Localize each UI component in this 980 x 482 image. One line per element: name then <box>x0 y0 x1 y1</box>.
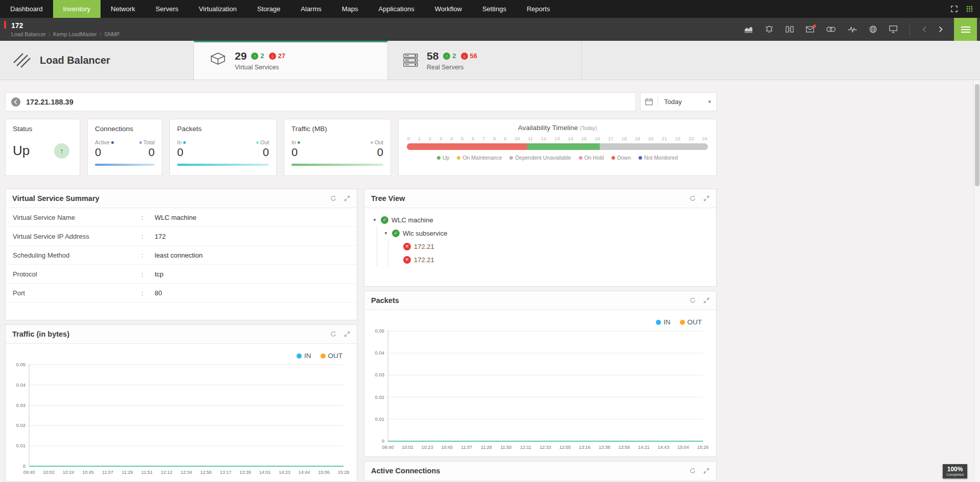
legend-dot-out <box>680 320 685 325</box>
tab-virtual-services[interactable]: 29 ↑2 ↓27 Virtual Services <box>194 41 388 80</box>
side-panel-menu-button[interactable] <box>954 18 977 41</box>
series-dot <box>256 141 259 144</box>
real-servers-count: 58 <box>427 50 438 62</box>
legend-item: Down <box>611 155 631 161</box>
svg-text:11:51: 11:51 <box>141 470 153 475</box>
nav-item-settings[interactable]: Settings <box>472 0 517 18</box>
svg-text:0.04: 0.04 <box>375 350 385 356</box>
nav-item-inventory[interactable]: Inventory <box>53 0 101 18</box>
svg-text:11:50: 11:50 <box>500 445 511 450</box>
scrollbar-thumb[interactable] <box>975 84 979 186</box>
svg-text:0.03: 0.03 <box>16 402 26 408</box>
card-title: Connections <box>95 125 155 133</box>
hour-label: 3 <box>439 136 442 141</box>
nav-item-dashboard[interactable]: Dashboard <box>0 0 53 18</box>
nav-item-workflow[interactable]: Workflow <box>425 0 472 18</box>
legend-item: Dependent Unavailable <box>509 155 571 161</box>
nav-item-reports[interactable]: Reports <box>517 0 560 18</box>
legend-dot-in <box>656 320 661 325</box>
up-arrow-icon: ↑ <box>443 53 450 60</box>
virtual-services-icon <box>209 53 227 68</box>
nav-item-alarms[interactable]: Alarms <box>290 0 331 18</box>
tree-collapse-icon[interactable]: ▼ <box>373 218 378 222</box>
expand-icon[interactable] <box>344 195 350 201</box>
remote-screen-icon[interactable] <box>889 26 897 33</box>
status-card: Status Up ↑ <box>5 119 80 176</box>
expand-icon[interactable] <box>703 195 709 201</box>
chevron-right-icon[interactable] <box>939 26 943 33</box>
svg-text:10:24: 10:24 <box>63 470 75 475</box>
up-arrow-icon: ↑ <box>251 53 258 60</box>
mail-icon[interactable] <box>806 26 814 33</box>
tree-node-172-21[interactable]: ✕172.21 <box>395 253 708 266</box>
series-dot <box>183 141 186 144</box>
refresh-icon[interactable] <box>690 195 696 201</box>
hour-label: 23 <box>689 136 694 141</box>
tree-node-172-21[interactable]: ✕172.21 <box>395 240 708 253</box>
refresh-icon[interactable] <box>690 468 696 474</box>
cross-circle-icon: ✕ <box>403 256 411 264</box>
tree-node-label: WLC machine <box>391 216 433 224</box>
traffic-mb-card: Traffic (MB) In Out 0 0 <box>284 119 391 176</box>
tab-label: Virtual Services <box>235 64 285 71</box>
chevron-left-icon[interactable] <box>922 26 926 33</box>
refresh-icon[interactable] <box>330 331 336 337</box>
svg-text:09:40: 09:40 <box>23 470 35 475</box>
expand-icon[interactable] <box>703 468 709 474</box>
nav-item-virtualization[interactable]: Virtualization <box>189 0 247 18</box>
nav-item-maps[interactable]: Maps <box>332 0 369 18</box>
time-range-dropdown[interactable]: Today ▾ <box>640 92 717 111</box>
svg-text:10:02: 10:02 <box>43 470 55 475</box>
tree-node-wlc-machine[interactable]: ▼✓WLC machine <box>373 213 708 226</box>
summary-row: Scheduling Method:least connection <box>6 246 357 265</box>
refresh-icon[interactable] <box>330 195 336 201</box>
nav-item-servers[interactable]: Servers <box>145 0 189 18</box>
response-pulse-icon[interactable] <box>848 26 857 33</box>
globe-icon[interactable] <box>869 26 877 33</box>
svg-text:0.01: 0.01 <box>375 416 385 422</box>
svg-text:11:07: 11:07 <box>102 470 113 475</box>
legend-item: On Hold <box>579 155 604 161</box>
back-button[interactable] <box>11 97 21 107</box>
alarm-bell-icon[interactable] <box>765 26 773 34</box>
connections-card: Connections Active Total 0 0 <box>87 119 162 176</box>
device-toolbar <box>744 24 943 35</box>
tree-node-wlc-subservice[interactable]: ▼✓Wlc subservice <box>384 226 708 240</box>
svg-text:11:07: 11:07 <box>461 445 472 450</box>
tab-real-servers[interactable]: 58 ↑2 ↓56 Real Servers <box>388 41 582 80</box>
link-icon[interactable] <box>826 27 836 32</box>
metric-stripe <box>95 164 155 166</box>
hour-label: 6 <box>472 136 474 141</box>
nav-item-network[interactable]: Network <box>101 0 145 18</box>
svg-text:12:33: 12:33 <box>540 445 551 450</box>
availability-card: Availability Timeline (Today) 0123456789… <box>398 119 717 176</box>
nav-item-storage[interactable]: Storage <box>247 0 291 18</box>
fullscreen-icon[interactable] <box>950 5 958 13</box>
svg-text:14:43: 14:43 <box>658 445 670 450</box>
svg-text:0.02: 0.02 <box>16 422 26 428</box>
hour-label: 19 <box>635 136 641 141</box>
performance-chart-icon[interactable] <box>744 26 753 33</box>
nav-item-applications[interactable]: Applications <box>369 0 425 18</box>
panel-title: Virtual Service Summary <box>12 194 100 202</box>
compare-reports-icon[interactable] <box>786 26 794 33</box>
check-circle-icon: ✓ <box>392 230 400 237</box>
legend-dot-in <box>297 353 302 359</box>
series-dot <box>371 141 373 144</box>
category-title-block: Load Balancer <box>0 41 194 80</box>
status-value: Up <box>13 143 30 159</box>
page-scrollbar[interactable] <box>973 80 980 482</box>
apps-grid-icon[interactable] <box>966 6 973 12</box>
svg-text:13:59: 13:59 <box>618 445 630 450</box>
topnav-items: DashboardInventoryNetworkServersVirtuali… <box>0 0 560 18</box>
expand-icon[interactable] <box>703 297 709 303</box>
hour-label: 22 <box>675 136 681 141</box>
tree-collapse-icon[interactable]: ▼ <box>384 231 389 236</box>
svg-text:10:23: 10:23 <box>422 445 433 450</box>
svg-text:0.05: 0.05 <box>16 362 26 367</box>
hour-label: 4 <box>450 136 453 141</box>
svg-text:13:39: 13:39 <box>239 470 251 475</box>
category-title: Load Balancer <box>40 55 110 66</box>
expand-icon[interactable] <box>344 331 350 337</box>
refresh-icon[interactable] <box>690 297 696 303</box>
